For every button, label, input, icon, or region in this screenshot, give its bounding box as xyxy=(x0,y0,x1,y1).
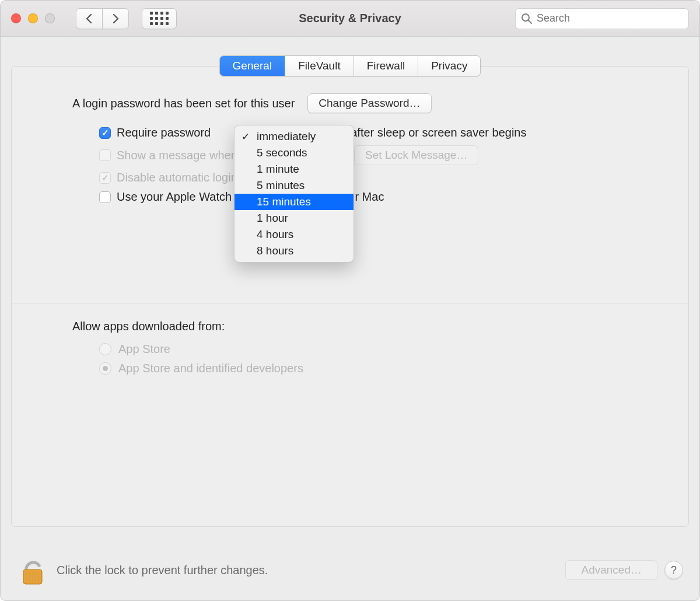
lock-icon[interactable] xyxy=(20,555,45,585)
search-container xyxy=(515,8,689,29)
help-button[interactable]: ? xyxy=(664,561,683,579)
minimize-window-button[interactable] xyxy=(28,13,38,23)
advanced-button[interactable]: Advanced… xyxy=(565,560,657,580)
radio-app-store-label: App Store xyxy=(118,343,170,356)
dropdown-option-1-minute[interactable]: 1 minute xyxy=(235,161,354,177)
back-button[interactable] xyxy=(76,8,103,29)
disable-auto-login-checkbox xyxy=(99,172,111,184)
preferences-window: Security & Privacy General FileVault Fir… xyxy=(0,0,700,601)
change-password-button[interactable]: Change Password… xyxy=(307,93,431,113)
require-password-row: Require password after sleep or screen s… xyxy=(99,126,657,139)
show-message-row: Show a message when the screen is locked… xyxy=(99,145,657,165)
radio-app-store-dev-row: App Store and identified developers xyxy=(99,362,657,375)
show-all-button[interactable] xyxy=(142,8,177,29)
footer: Click the lock to prevent further change… xyxy=(1,549,699,600)
login-password-label: A login password has been set for this u… xyxy=(72,97,295,110)
login-password-row: A login password has been set for this u… xyxy=(72,93,657,113)
allow-apps-label: Allow apps downloaded from: xyxy=(72,320,657,333)
tab-bar: General FileVault Firewall Privacy xyxy=(11,55,689,76)
titlebar: Security & Privacy xyxy=(1,1,699,37)
show-message-checkbox xyxy=(99,149,111,161)
dropdown-option-4-hours[interactable]: 4 hours xyxy=(235,226,354,243)
dropdown-option-5-minutes[interactable]: 5 minutes xyxy=(235,177,354,194)
dropdown-option-15-minutes[interactable]: 15 minutes xyxy=(235,194,354,210)
radio-app-store xyxy=(99,343,111,355)
disable-auto-login-row: Disable automatic login xyxy=(99,171,657,184)
require-password-prefix: Require password xyxy=(117,126,211,139)
radio-app-store-dev xyxy=(99,362,111,375)
content-area: General FileVault Firewall Privacy A log… xyxy=(1,37,699,527)
search-input[interactable] xyxy=(515,8,689,29)
checkmark-icon: ✓ xyxy=(242,131,250,143)
tab-privacy[interactable]: Privacy xyxy=(418,56,480,76)
search-icon xyxy=(521,13,533,25)
chevron-left-icon xyxy=(85,14,93,23)
require-password-suffix: after sleep or screen saver begins xyxy=(351,126,526,139)
lock-hint-text: Click the lock to prevent further change… xyxy=(57,564,268,577)
forward-button[interactable] xyxy=(102,8,129,29)
tab-general[interactable]: General xyxy=(220,56,286,76)
set-lock-message-button: Set Lock Message… xyxy=(354,145,478,165)
svg-point-0 xyxy=(522,14,529,21)
require-password-checkbox[interactable] xyxy=(99,127,111,139)
chevron-right-icon xyxy=(111,14,120,23)
dropdown-option-immediately[interactable]: ✓immediately xyxy=(235,128,354,145)
disable-auto-login-label: Disable automatic login xyxy=(117,171,237,184)
apple-watch-row: Use your Apple Watch to unlock apps and … xyxy=(99,190,657,204)
require-password-dropdown[interactable]: ✓immediately 5 seconds 1 minute 5 minute… xyxy=(234,125,354,263)
radio-app-store-row: App Store xyxy=(99,343,657,356)
dropdown-option-8-hours[interactable]: 8 hours xyxy=(235,243,354,259)
radio-app-store-dev-label: App Store and identified developers xyxy=(118,362,303,375)
grid-icon xyxy=(150,12,169,25)
dropdown-option-5-seconds[interactable]: 5 seconds xyxy=(235,145,354,161)
tab-filevault[interactable]: FileVault xyxy=(285,56,354,76)
panel-divider xyxy=(12,303,688,303)
nav-buttons xyxy=(76,8,129,29)
close-window-button[interactable] xyxy=(11,13,21,23)
dropdown-option-1-hour[interactable]: 1 hour xyxy=(235,210,354,226)
window-controls xyxy=(11,13,55,23)
svg-line-1 xyxy=(528,20,531,23)
tab-firewall[interactable]: Firewall xyxy=(354,56,418,76)
zoom-window-button[interactable] xyxy=(45,13,55,23)
apple-watch-checkbox[interactable] xyxy=(99,191,111,203)
